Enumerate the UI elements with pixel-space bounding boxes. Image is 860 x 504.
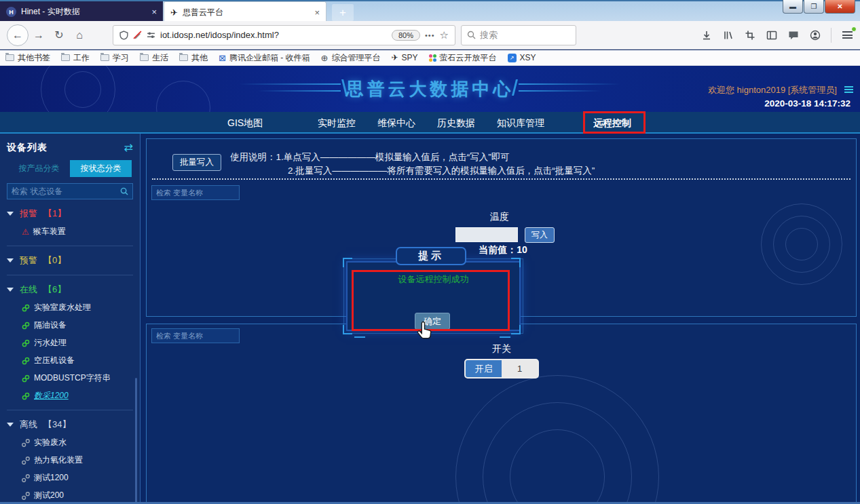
device-item-online-selected[interactable]: 数采1200: [22, 390, 133, 402]
shield-icon[interactable]: [119, 31, 128, 40]
current-value-text: 当前值：10: [455, 244, 550, 256]
bookmark-folder[interactable]: 生活: [140, 52, 168, 64]
home-button[interactable]: [69, 25, 90, 45]
nav-tab-realtime-monitor[interactable]: 实时监控: [318, 117, 356, 130]
tab-by-status[interactable]: 按状态分类: [70, 160, 132, 177]
device-item-online[interactable]: MODBUSTCP字符串: [22, 372, 133, 384]
variable-search-box[interactable]: [151, 185, 240, 200]
chevron-down-icon[interactable]: [7, 258, 14, 263]
restore-button[interactable]: ❐: [804, 0, 824, 14]
tree-group-offline[interactable]: 离线【34】: [7, 410, 133, 431]
device-search-input[interactable]: [12, 187, 117, 196]
sidebar-tabs: 按产品分类 按状态分类: [8, 160, 132, 177]
bookmark-star-icon[interactable]: [440, 29, 449, 41]
bookmark-item[interactable]: SPY: [391, 53, 417, 62]
bookmark-item[interactable]: 萤石云开放平台: [429, 52, 497, 64]
temperature-label: 温度: [466, 211, 534, 223]
device-item-offline[interactable]: 测试1200: [22, 472, 133, 484]
folder-icon: [61, 54, 70, 61]
nav-tab-gis-map[interactable]: GIS地图: [227, 117, 263, 130]
folder-icon: [100, 54, 109, 61]
dotted-divider: [152, 178, 850, 180]
chat-icon[interactable]: [787, 29, 800, 41]
tab-by-product[interactable]: 按产品分类: [8, 160, 70, 177]
sidebar-toggle-icon[interactable]: [766, 29, 778, 41]
switch-toggle[interactable]: 开启 1: [464, 359, 539, 379]
tab-close-icon[interactable]: ×: [151, 7, 157, 17]
device-item-offline[interactable]: 测试200: [22, 490, 133, 501]
plugin-blocked-icon[interactable]: [133, 31, 142, 39]
tree-group-warning[interactable]: 预警【0】: [7, 246, 133, 267]
account-icon[interactable]: [809, 29, 821, 41]
chevron-down-icon[interactable]: [7, 212, 14, 216]
bookmark-folder[interactable]: 学习: [100, 52, 129, 64]
usage-instructions: 使用说明：1.单点写入——————模拟量输入值后，点击“写入”即可 2.批量写入…: [230, 151, 595, 178]
new-tab-button[interactable]: [332, 4, 354, 21]
bookmark-item[interactable]: 腾讯企业邮箱 - 收件箱: [219, 52, 310, 64]
bookmark-folder[interactable]: 其他书签: [5, 52, 50, 64]
device-item-online[interactable]: 隔油设备: [22, 319, 133, 331]
url-text[interactable]: iot.idosp.net/idosp/index.html?: [160, 30, 387, 40]
variable-search-input[interactable]: [156, 189, 235, 197]
tencent-mail-icon: [219, 54, 226, 62]
bookmark-folder[interactable]: 其他: [179, 52, 208, 64]
switch-on-button[interactable]: 开启: [466, 360, 502, 377]
download-icon[interactable]: [700, 29, 713, 41]
zoom-level-badge[interactable]: 80%: [392, 30, 420, 41]
bookmark-item[interactable]: XSY: [508, 53, 536, 62]
url-bar[interactable]: iot.idosp.net/idosp/index.html? 80%: [113, 25, 455, 45]
folder-icon: [179, 54, 188, 61]
broken-link-icon: [22, 492, 30, 500]
device-item-offline[interactable]: 热力氧化装置: [22, 454, 133, 466]
device-search-box[interactable]: [7, 183, 133, 199]
nav-tab-history-data[interactable]: 历史数据: [437, 117, 475, 130]
device-item-offline[interactable]: 实验废水: [22, 437, 133, 448]
hamburger-menu-icon[interactable]: [841, 29, 853, 41]
link-icon: [22, 304, 30, 312]
dialog-corner-decoration: [343, 258, 352, 267]
screenshot-icon[interactable]: [744, 29, 756, 41]
write-button[interactable]: 写入: [525, 227, 555, 243]
chevron-down-icon[interactable]: [7, 288, 14, 292]
swap-icon[interactable]: [124, 141, 133, 154]
device-item-online[interactable]: 实验室废水处理: [22, 302, 133, 313]
library-icon[interactable]: [722, 29, 734, 41]
folder-icon: [5, 54, 14, 61]
reload-button[interactable]: [49, 25, 69, 45]
header-menu-icon[interactable]: [844, 85, 853, 94]
datetime-text: 2020-03-18 14:17:32: [764, 98, 850, 109]
forward-button[interactable]: [29, 25, 49, 45]
close-button[interactable]: ✕: [825, 0, 855, 14]
page-nav: GIS地图 实时监控 维保中心 历史数据 知识库管理 远程控制: [0, 112, 860, 134]
tree-group-online[interactable]: 在线【6】: [7, 275, 133, 296]
ezviz-dots-icon: [429, 54, 436, 62]
device-item-alarm[interactable]: 猴车装置: [22, 226, 133, 237]
page-actions-icon[interactable]: [425, 31, 435, 39]
search-bar[interactable]: [461, 25, 576, 45]
nav-tab-knowledge-base[interactable]: 知识库管理: [497, 117, 544, 130]
update-badge: [851, 26, 857, 32]
minimize-button[interactable]: ▬: [783, 0, 803, 14]
variable-search-box[interactable]: [151, 328, 240, 343]
browser-tab-sipu[interactable]: ✈ 思普云平台 ×: [164, 1, 326, 22]
back-button[interactable]: [7, 24, 29, 46]
tree-group-alarm[interactable]: 报警【1】: [7, 208, 133, 220]
device-item-online[interactable]: 空压机设备: [22, 355, 133, 366]
permissions-icon[interactable]: [147, 31, 155, 39]
chevron-down-icon[interactable]: [7, 423, 14, 427]
device-item-online[interactable]: 污水处理: [22, 337, 133, 349]
annotation-box-remote-control: [583, 111, 646, 134]
sidebar-scrollbar[interactable]: [135, 378, 137, 502]
toolbar-divider: [831, 28, 831, 43]
bookmark-folder[interactable]: 工作: [61, 52, 90, 64]
tab-close-icon[interactable]: ×: [314, 7, 320, 18]
broken-link-icon: [22, 439, 30, 447]
window-controls: ▬ ❐ ✕: [783, 0, 855, 14]
variable-search-input[interactable]: [156, 332, 235, 340]
bookmark-item[interactable]: 综合管理平台: [321, 52, 381, 64]
nav-tab-maintenance-center[interactable]: 维保中心: [377, 117, 415, 130]
search-input[interactable]: [480, 30, 555, 40]
browser-tab-hinet[interactable]: H Hinet - 实时数据 ×: [0, 1, 163, 22]
temperature-input[interactable]: [455, 227, 518, 242]
batch-write-button[interactable]: 批量写入: [172, 154, 221, 171]
